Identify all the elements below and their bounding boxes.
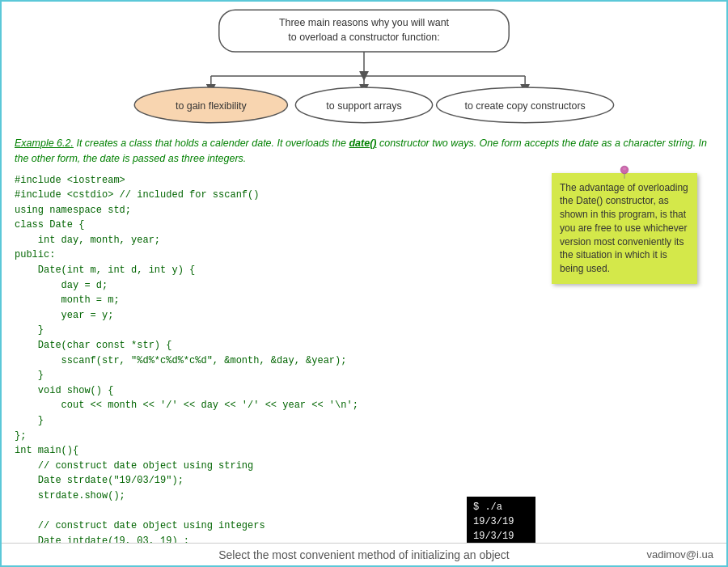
terminal-line-2: 19/3/19 bbox=[473, 514, 529, 529]
code-section: #include <iostream> #include <cstdio> //… bbox=[15, 173, 713, 568]
terminal-line-1: $ ./a bbox=[473, 500, 529, 514]
example-desc1: It creates a class that holds a calender… bbox=[74, 138, 349, 149]
terminal-output: $ ./a 19/3/19 19/3/19 bbox=[467, 497, 535, 547]
footer-email: vadimov@i.ua bbox=[646, 548, 713, 561]
svg-text:to support arrays: to support arrays bbox=[326, 100, 401, 112]
svg-text:to gain flexibility: to gain flexibility bbox=[176, 100, 248, 112]
content-area: Example 6.2. It creates a class that hol… bbox=[2, 131, 726, 567]
example-description: Example 6.2. It creates a class that hol… bbox=[15, 136, 713, 167]
svg-point-16 bbox=[623, 167, 627, 171]
example-bold: date() bbox=[349, 138, 376, 149]
footer-center-text: Select the most convenient method of ini… bbox=[218, 548, 510, 561]
sticky-note-text: The advantage of overloading the Date() … bbox=[560, 182, 688, 275]
footer-bar: Select the most convenient method of ini… bbox=[2, 543, 726, 565]
diagram-area: Three main reasons why you will want to … bbox=[2, 2, 726, 131]
example-label: Example 6.2. bbox=[15, 138, 74, 149]
svg-text:Three main reasons why you wil: Three main reasons why you will want bbox=[279, 17, 450, 28]
sticky-note: The advantage of overloading the Date() … bbox=[552, 173, 697, 285]
svg-text:to overload a constructor func: to overload a constructor function: bbox=[288, 32, 439, 43]
svg-text:to create copy constructors: to create copy constructors bbox=[464, 100, 585, 112]
terminal-line-3: 19/3/19 bbox=[473, 529, 529, 544]
pin-icon bbox=[617, 165, 632, 180]
